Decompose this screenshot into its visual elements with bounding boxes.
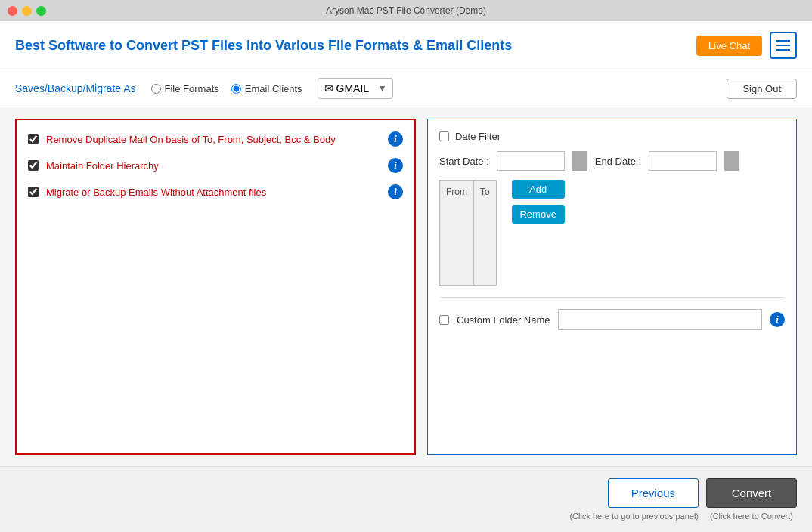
previous-button[interactable]: Previous bbox=[608, 478, 699, 508]
menu-line-3 bbox=[776, 49, 790, 51]
email-clients-radio[interactable]: Email Clients bbox=[231, 83, 302, 94]
custom-folder-section: Custom Folder Name i bbox=[439, 309, 785, 330]
to-column-header: To bbox=[480, 187, 490, 197]
nav-bar: Saves/Backup/Migrate As File Formats Ema… bbox=[0, 70, 812, 107]
date-filter-header: Date Filter bbox=[439, 131, 785, 142]
add-remove-buttons: Add Remove bbox=[512, 180, 565, 224]
from-column: From bbox=[440, 181, 474, 285]
date-filter-label: Date Filter bbox=[455, 131, 501, 142]
folder-hierarchy-info-icon[interactable]: i bbox=[388, 158, 403, 173]
live-chat-button[interactable]: Live Chat bbox=[696, 36, 762, 56]
start-date-input[interactable] bbox=[497, 151, 565, 171]
to-column: To bbox=[474, 181, 496, 285]
saves-label: Saves/Backup/Migrate As bbox=[15, 82, 136, 94]
close-button[interactable] bbox=[8, 6, 17, 16]
custom-folder-info-icon[interactable]: i bbox=[770, 312, 785, 327]
without-attachment-checkbox[interactable] bbox=[28, 187, 39, 197]
duplicate-mail-checkbox[interactable] bbox=[28, 134, 39, 144]
from-to-table: From To bbox=[439, 180, 497, 286]
email-clients-input[interactable] bbox=[231, 84, 241, 94]
folder-hierarchy-label: Maintain Folder Hierarchy bbox=[46, 160, 380, 172]
format-radio-group: File Formats Email Clients bbox=[151, 83, 302, 94]
custom-folder-checkbox[interactable] bbox=[439, 315, 449, 325]
header-actions: Live Chat bbox=[696, 32, 797, 59]
footer-hints: (Click here to go to previous panel) (Cl… bbox=[569, 512, 797, 521]
minimize-button[interactable] bbox=[22, 6, 32, 16]
header: Best Software to Convert PST Files into … bbox=[0, 21, 812, 70]
date-action-row: From To Add Remove bbox=[439, 180, 785, 286]
menu-line-1 bbox=[776, 40, 790, 42]
without-attachment-info-icon[interactable]: i bbox=[388, 184, 403, 200]
end-date-label: End Date : bbox=[595, 156, 641, 167]
option-row-2: Maintain Folder Hierarchy i bbox=[28, 158, 403, 173]
duplicate-mail-info-icon[interactable]: i bbox=[388, 131, 403, 147]
end-date-picker-button[interactable] bbox=[724, 151, 739, 171]
window-controls[interactable] bbox=[8, 6, 46, 16]
app-title: Best Software to Convert PST Files into … bbox=[15, 38, 512, 54]
convert-hint: (Click here to Convert) bbox=[706, 512, 797, 521]
file-formats-input[interactable] bbox=[151, 84, 161, 94]
content-area: Remove Duplicate Mail On basis of To, Fr… bbox=[0, 107, 812, 466]
end-date-input[interactable] bbox=[649, 151, 717, 171]
duplicate-mail-label: Remove Duplicate Mail On basis of To, Fr… bbox=[46, 134, 380, 145]
previous-hint: (Click here to go to previous panel) bbox=[569, 512, 699, 521]
date-row: Start Date : End Date : bbox=[439, 151, 785, 171]
option-row-3: Migrate or Backup Emails Without Attachm… bbox=[28, 184, 403, 200]
sign-out-button[interactable]: Sign Out bbox=[727, 79, 797, 99]
folder-hierarchy-checkbox[interactable] bbox=[28, 160, 39, 171]
footer: Previous Convert (Click here to go to pr… bbox=[0, 466, 812, 532]
window-title: Aryson Mac PST File Converter (Demo) bbox=[326, 5, 486, 16]
gmail-select-container[interactable]: ✉ GMAIL ▼ bbox=[318, 78, 393, 99]
left-panel: Remove Duplicate Mail On basis of To, Fr… bbox=[15, 119, 416, 455]
start-date-picker-button[interactable] bbox=[572, 151, 587, 171]
without-attachment-label: Migrate or Backup Emails Without Attachm… bbox=[46, 187, 380, 198]
convert-button[interactable]: Convert bbox=[706, 478, 797, 508]
maximize-button[interactable] bbox=[36, 6, 46, 16]
right-panel: Date Filter Start Date : End Date : From bbox=[427, 119, 797, 455]
from-column-header: From bbox=[446, 187, 467, 197]
remove-button[interactable]: Remove bbox=[512, 205, 565, 224]
title-bar: Aryson Mac PST File Converter (Demo) bbox=[0, 0, 812, 21]
footer-buttons: Previous Convert bbox=[608, 478, 797, 508]
gmail-dropdown[interactable]: ✉ GMAIL bbox=[318, 78, 393, 99]
menu-button[interactable] bbox=[770, 32, 797, 59]
date-filter-checkbox[interactable] bbox=[439, 131, 449, 141]
start-date-label: Start Date : bbox=[439, 156, 489, 167]
option-row-1: Remove Duplicate Mail On basis of To, Fr… bbox=[28, 131, 403, 147]
add-button[interactable]: Add bbox=[512, 180, 565, 199]
custom-folder-label: Custom Folder Name bbox=[457, 314, 550, 326]
window: Best Software to Convert PST Files into … bbox=[0, 21, 812, 532]
custom-folder-input[interactable] bbox=[558, 309, 762, 330]
menu-line-2 bbox=[776, 45, 790, 46]
date-filter-section: Date Filter Start Date : End Date : From bbox=[439, 131, 785, 298]
file-formats-radio[interactable]: File Formats bbox=[151, 83, 219, 94]
